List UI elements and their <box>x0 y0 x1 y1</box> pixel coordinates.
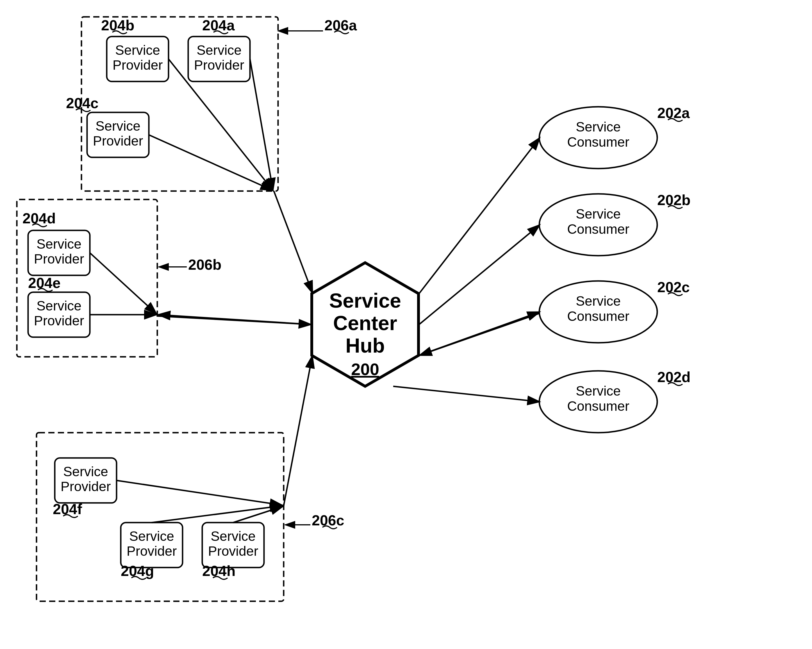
label-206b: 206b <box>188 257 221 273</box>
sp-204g-label1: Service <box>129 529 174 544</box>
sc-202a-label2: Consumer <box>567 134 629 150</box>
sp-204e-label1: Service <box>37 298 81 313</box>
arrow-202c-hub <box>419 313 540 356</box>
sp-204f-label2: Provider <box>61 479 111 494</box>
sc-202b-label1: Service <box>576 206 621 221</box>
label-206a: 206a <box>324 17 357 34</box>
sc-202b-label2: Consumer <box>567 222 629 237</box>
arrow-204f-conv <box>116 480 282 505</box>
sp-204c-label2: Provider <box>93 133 143 148</box>
sc-202c-label2: Consumer <box>567 309 629 324</box>
label-204e: 204e <box>28 275 61 291</box>
arrow-204b-conv <box>168 59 273 191</box>
hub-id: 200 <box>351 360 379 379</box>
diagram: Service Center Hub 200 Service Provider … <box>0 0 812 649</box>
arrow-204g-conv <box>152 506 282 522</box>
hub-title2: Center <box>333 312 397 334</box>
sc-202d-label2: Consumer <box>0 0 62 3</box>
arrow-204d-conv <box>90 253 157 314</box>
sp-204h-label1: Service <box>211 529 256 544</box>
arrow-hub-202b <box>419 225 540 325</box>
arrow-hub-202d <box>393 386 540 402</box>
sp-204e-label2: Provider <box>34 313 84 328</box>
arrow-204a-conv <box>250 59 273 191</box>
sp-204b-label1: Service <box>115 43 160 58</box>
sc-202d-label2: Consumer <box>567 399 629 414</box>
label-204c: 204c <box>66 95 99 111</box>
hub-title: Service <box>329 289 401 312</box>
sc-202d-label1: Service <box>576 383 621 399</box>
arrow-left-hub <box>158 316 311 325</box>
arrow-204c-conv <box>149 135 273 191</box>
sc-202c-label1: Service <box>576 293 621 308</box>
sp-204h-label2: Provider <box>208 544 258 559</box>
group-206a <box>81 17 278 191</box>
arrow-top-conv-hub <box>274 191 313 293</box>
sp-204b-label2: Provider <box>113 58 163 72</box>
sp-204c-label1: Service <box>96 119 140 133</box>
label-204d: 204d <box>23 210 56 226</box>
sp-204d-label1: Service <box>37 237 81 252</box>
hub-title3: Hub <box>345 334 385 357</box>
sp-204a-label2: Provider <box>194 58 244 72</box>
arrow-bottom-conv-hub <box>284 356 312 506</box>
sp-204f-label1: Service <box>63 464 108 479</box>
arrow-hub-202a <box>419 137 540 293</box>
sc-202a-label1: Service <box>576 119 621 134</box>
sp-204a-label1: Service <box>197 43 241 58</box>
sp-204g-label2: Provider <box>127 544 177 559</box>
sp-204d-label2: Provider <box>34 252 84 266</box>
